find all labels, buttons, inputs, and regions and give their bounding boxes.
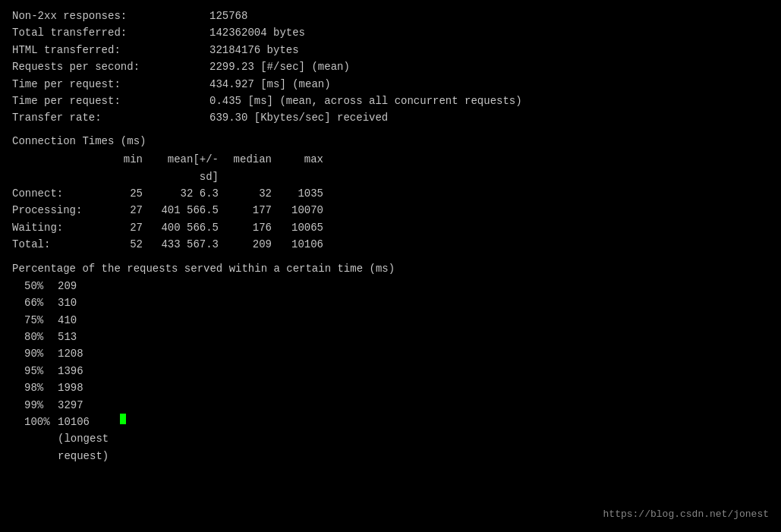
row-median: 176 (225, 219, 278, 236)
pct-value: 1998 (58, 379, 118, 396)
stat-key: Total transferred: (12, 24, 209, 41)
pct-label: 90% (12, 345, 58, 362)
connection-times-section: Connection Times (ms)minmean[+/-sd]media… (12, 133, 769, 253)
row-median: 209 (225, 236, 278, 253)
pct-label: 100% (12, 414, 58, 464)
pct-value: 209 (58, 278, 118, 294)
stat-val: 142362004 bytes (209, 24, 305, 41)
row-min: 52 (111, 236, 149, 253)
stat-line: Requests per second:2299.23 [#/sec] (mea… (12, 58, 769, 75)
pct-label: 75% (12, 312, 58, 329)
row-max: 10106 (278, 236, 323, 253)
stat-val: 639.30 [Kbytes/sec] received (209, 109, 388, 126)
row-median: 32 (225, 185, 278, 202)
pct-label: 50% (12, 278, 58, 294)
col-header-max: max (278, 151, 323, 185)
row-max: 10065 (278, 219, 323, 236)
row-median: 177 (225, 202, 278, 219)
percentile-row: 100%10106 (longest request) (12, 414, 769, 464)
pct-value: 513 (58, 329, 118, 345)
row-mean: 401 566.5 (149, 202, 225, 219)
percentile-row: 99%3297 (12, 397, 769, 414)
row-mean: 433 567.3 (149, 236, 225, 253)
stat-val: 0.435 [ms] (mean, across all concurrent … (209, 93, 522, 109)
connection-table-row: Connect:2532 6.3321035 (12, 185, 769, 202)
connection-table-row: Waiting:27400 566.517610065 (12, 219, 769, 236)
col-header-mean+-sd: mean[+/-sd] (149, 151, 225, 185)
percentile-row: 98%1998 (12, 379, 769, 396)
percentile-row: 95%1396 (12, 363, 769, 379)
stat-key: Time per request: (12, 93, 209, 109)
stat-line: Non-2xx responses:125768 (12, 8, 769, 24)
stat-line: Time per request:434.927 [ms] (mean) (12, 76, 769, 93)
row-label: Total: (12, 236, 111, 253)
row-max: 1035 (278, 185, 323, 202)
stat-key: HTML transferred: (12, 42, 209, 58)
pct-value: 310 (58, 294, 118, 311)
row-label: Connect: (12, 185, 111, 202)
connection-times-header: Connection Times (ms) (12, 133, 769, 150)
connection-table-row: Processing:27401 566.517710070 (12, 202, 769, 219)
terminal-cursor (120, 414, 126, 424)
stat-line: HTML transferred:32184176 bytes (12, 42, 769, 58)
row-min: 27 (111, 202, 149, 219)
percentile-row: 90%1208 (12, 345, 769, 362)
stat-line: Time per request:0.435 [ms] (mean, acros… (12, 93, 769, 109)
stat-line: Transfer rate:639.30 [Kbytes/sec] receiv… (12, 109, 769, 126)
percentile-header: Percentage of the requests served within… (12, 260, 769, 277)
row-mean: 400 566.5 (149, 219, 225, 236)
percentile-row: 80%513 (12, 329, 769, 345)
stat-key: Non-2xx responses: (12, 8, 209, 24)
stat-key: Transfer rate: (12, 109, 209, 126)
pct-label: 66% (12, 294, 58, 311)
percentile-row: 50%209 (12, 278, 769, 294)
row-label: Processing: (12, 202, 111, 219)
table-column-headers: minmean[+/-sd]medianmax (12, 151, 769, 185)
row-min: 27 (111, 219, 149, 236)
stat-key: Requests per second: (12, 58, 209, 75)
pct-label: 98% (12, 379, 58, 396)
stat-line: Total transferred:142362004 bytes (12, 24, 769, 41)
pct-value: 1396 (58, 363, 118, 379)
percentile-row: 75%410 (12, 312, 769, 329)
stat-val: 32184176 bytes (209, 42, 299, 58)
connection-table-row: Total:52433 567.320910106 (12, 236, 769, 253)
stats-block: Non-2xx responses:125768Total transferre… (12, 8, 769, 127)
percentile-section: Percentage of the requests served within… (12, 260, 769, 464)
row-label: Waiting: (12, 219, 111, 236)
terminal-window: Non-2xx responses:125768Total transferre… (12, 8, 769, 464)
pct-label: 95% (12, 363, 58, 379)
col-header-median: median (225, 151, 278, 185)
pct-label: 99% (12, 397, 58, 414)
stat-val: 434.927 [ms] (mean) (209, 76, 331, 93)
stat-key: Time per request: (12, 76, 209, 93)
pct-value: 1208 (58, 345, 118, 362)
stat-val: 125768 (209, 8, 247, 24)
row-min: 25 (111, 185, 149, 202)
row-max: 10070 (278, 202, 323, 219)
col-header-min: min (111, 151, 149, 185)
pct-value: 10106 (longest request) (58, 414, 118, 464)
percentile-row: 66%310 (12, 294, 769, 311)
row-mean: 32 6.3 (149, 185, 225, 202)
watermark: https://blog.csdn.net/jonest (603, 507, 769, 523)
stat-val: 2299.23 [#/sec] (mean) (209, 58, 350, 75)
pct-value: 3297 (58, 397, 118, 414)
pct-label: 80% (12, 329, 58, 345)
pct-value: 410 (58, 312, 118, 329)
